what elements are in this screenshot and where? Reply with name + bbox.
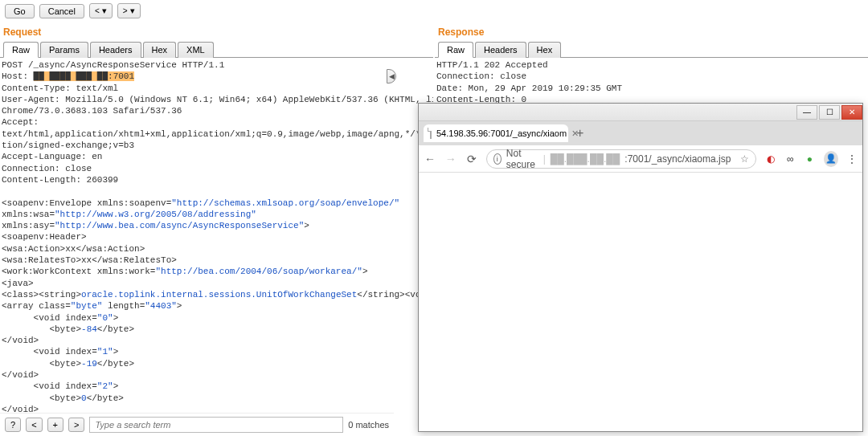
tab-raw[interactable]: Raw: [3, 42, 39, 58]
file-icon: [430, 128, 432, 139]
site-info-icon[interactable]: i: [493, 153, 502, 165]
browser-omnibar: ← → ⟳ i Not secure | ██.███.██.██:7001/_…: [419, 145, 862, 173]
url-host-masked: ██.███.██.██: [551, 153, 620, 165]
not-secure-label: Not secure: [506, 148, 538, 170]
response-tabs: Raw Headers Hex: [435, 41, 868, 58]
request-body[interactable]: POST /_async/AsyncResponseService HTTP/1…: [0, 58, 433, 413]
tab-params[interactable]: Params: [40, 42, 88, 58]
main-toolbar: Go Cancel < ▾ > ▾: [0, 0, 868, 22]
forward-button[interactable]: →: [444, 153, 457, 165]
url-tail: :7001/_async/xiaoma.jsp: [624, 153, 731, 165]
help-button[interactable]: ?: [5, 418, 21, 432]
profile-avatar[interactable]: 👤: [824, 151, 838, 167]
request-tabs: Raw Params Headers Hex XML: [0, 41, 433, 58]
request-title: Request: [0, 22, 433, 41]
match-count: 0 matches: [348, 420, 389, 430]
back-button[interactable]: ←: [424, 153, 436, 165]
resp-tab-hex[interactable]: Hex: [528, 42, 562, 58]
search-prev-button[interactable]: <: [26, 418, 42, 432]
resp-tab-headers[interactable]: Headers: [475, 42, 526, 58]
response-title: Response: [435, 22, 868, 41]
ext-icon-3[interactable]: ●: [803, 153, 816, 165]
reload-button[interactable]: ⟳: [465, 153, 478, 165]
search-footer: ? < + > 0 matches: [0, 413, 394, 436]
tab-xml[interactable]: XML: [178, 42, 214, 58]
tab-hex[interactable]: Hex: [143, 42, 177, 58]
next-button[interactable]: > ▾: [117, 3, 141, 18]
address-bar[interactable]: i Not secure | ██.███.██.██:7001/_async/…: [486, 149, 757, 169]
browser-tab[interactable]: 54.198.35.96:7001/_async/xiaom ✕: [424, 124, 568, 142]
browser-tabstrip: 54.198.35.96:7001/_async/xiaom ✕ +: [419, 121, 862, 145]
cancel-button[interactable]: Cancel: [39, 4, 84, 18]
prev-button[interactable]: < ▾: [89, 3, 113, 18]
maximize-button[interactable]: ☐: [819, 105, 840, 120]
browser-viewport[interactable]: [419, 173, 862, 431]
new-tab-button[interactable]: +: [576, 126, 583, 141]
extension-icons: ◐ ∞ ●: [764, 153, 816, 165]
browser-titlebar[interactable]: — ☐ ✕: [419, 104, 862, 121]
tab-title: 54.198.35.96:7001/_async/xiaom: [436, 128, 567, 138]
bookmark-star-icon[interactable]: ☆: [740, 153, 749, 165]
ext-icon-1[interactable]: ◐: [764, 153, 777, 165]
browser-menu-button[interactable]: ⋮: [846, 153, 858, 165]
tab-headers[interactable]: Headers: [90, 42, 141, 58]
minimize-button[interactable]: —: [796, 105, 817, 120]
ext-icon-2[interactable]: ∞: [784, 153, 796, 165]
search-input[interactable]: [89, 417, 343, 433]
request-pane: Request Raw Params Headers Hex XML POST …: [0, 22, 433, 413]
window-close-button[interactable]: ✕: [841, 105, 862, 120]
resp-tab-raw[interactable]: Raw: [438, 42, 473, 58]
go-button[interactable]: Go: [5, 4, 35, 18]
search-next-button[interactable]: >: [68, 418, 84, 432]
search-add-button[interactable]: +: [47, 418, 63, 432]
browser-window: — ☐ ✕ 54.198.35.96:7001/_async/xiaom ✕ +…: [418, 103, 863, 432]
